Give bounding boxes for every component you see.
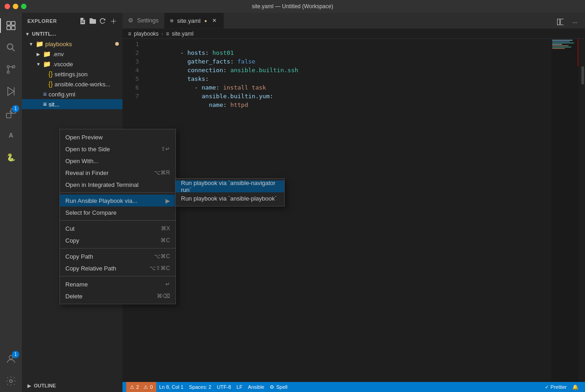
status-position[interactable]: Ln 8, Col 1 xyxy=(156,382,186,392)
bell-icon: 🔔 xyxy=(572,384,579,390)
tab-site-yaml[interactable]: ≡ site.yaml ● ✕ xyxy=(165,13,224,28)
status-prettier[interactable]: ✓ Prettier xyxy=(542,382,569,392)
menu-open-side[interactable]: Open to the Side ⇧↵ xyxy=(60,143,176,155)
menu-open-with[interactable]: Open With... xyxy=(60,155,176,167)
menu-separator-2 xyxy=(60,220,176,221)
menu-select-compare[interactable]: Select for Compare xyxy=(60,207,176,218)
status-eol[interactable]: LF xyxy=(234,382,245,392)
account-activity-icon[interactable]: 1 xyxy=(0,348,22,370)
svg-point-4 xyxy=(7,44,13,49)
minimap-line xyxy=(552,47,571,48)
menu-separator-4 xyxy=(60,276,176,276)
navigator-run-label: Run playbook via `ansible-navigator run` xyxy=(181,180,279,193)
search-activity-icon[interactable] xyxy=(0,37,22,58)
new-file-icon[interactable] xyxy=(79,17,87,25)
site-yaml-tab-modified: ● xyxy=(204,18,207,23)
env-label: .env xyxy=(53,51,64,58)
json-icon2: {} xyxy=(48,80,53,88)
run-activity-icon[interactable] xyxy=(0,80,22,102)
menu-copy-relative[interactable]: Copy Relative Path ⌥⇧⌘C xyxy=(60,262,176,274)
account-badge: 1 xyxy=(12,351,19,358)
tree-item-site-yaml[interactable]: ▶ ≡ sit... xyxy=(22,99,122,109)
menu-open-preview[interactable]: Open Preview xyxy=(60,131,176,143)
tree-item-ansible-code[interactable]: ▶ {} ansible.code-works... xyxy=(22,79,122,89)
vscode-label: .vscode xyxy=(53,61,73,68)
tab-settings[interactable]: ⚙ Settings xyxy=(122,13,165,28)
editor-content[interactable]: 1 2 3 4 5 6 7 - hosts: host01 gather_fac… xyxy=(122,39,585,382)
menu-cut[interactable]: Cut ⌘X xyxy=(60,222,176,234)
menu-reveal-finder[interactable]: Reveal in Finder ⌥⌘R xyxy=(60,167,176,179)
ansible-activity-icon[interactable]: A xyxy=(0,124,22,146)
minimap-line xyxy=(552,45,569,46)
encoding-label: UTF-8 xyxy=(217,384,231,390)
tree-item-env[interactable]: ▶ 📁 .env xyxy=(22,49,122,59)
collapse-all-icon[interactable] xyxy=(109,17,117,25)
menu-run-ansible[interactable]: Run Ansible Playbook via... ▶ xyxy=(60,195,176,207)
scrollbar-thumb[interactable] xyxy=(581,66,584,85)
playbooks-label: playbooks xyxy=(45,41,72,48)
minimize-button[interactable] xyxy=(13,4,18,9)
minimap-line xyxy=(552,41,570,42)
copy-label: Copy xyxy=(65,237,153,244)
context-menu: Open Preview Open to the Side ⇧↵ Open Wi… xyxy=(59,129,176,304)
delete-label: Delete xyxy=(65,293,149,300)
breadcrumb-icon: ≡ xyxy=(128,31,131,37)
split-editor-icon[interactable] xyxy=(554,16,567,28)
ansible-playbook-label: Run playbook via `ansible-playbook` xyxy=(181,195,277,202)
menu-delete[interactable]: Delete ⌘⌫ xyxy=(60,290,176,302)
sidebar-header: Explorer xyxy=(22,13,122,29)
tree-item-playbooks[interactable]: ▼ 📁 playbooks xyxy=(22,39,122,49)
tree-item-vscode[interactable]: ▼ 📁 .vscode xyxy=(22,59,122,69)
status-spaces[interactable]: Spaces: 2 xyxy=(186,382,214,392)
minimap-content xyxy=(551,39,579,50)
submenu: Run playbook via `ansible-navigator run`… xyxy=(175,178,285,207)
breadcrumb-icon2: ≡ xyxy=(166,31,169,37)
svg-line-5 xyxy=(12,49,15,52)
rename-shortcut: ↵ xyxy=(165,281,170,287)
new-folder-icon[interactable] xyxy=(89,17,97,25)
sidebar-title: Explorer xyxy=(27,18,57,24)
python-activity-icon[interactable]: 🐍 xyxy=(0,146,22,168)
status-encoding[interactable]: UTF-8 xyxy=(214,382,234,392)
reveal-finder-shortcut: ⌥⌘R xyxy=(154,170,170,176)
status-errors[interactable]: ⚠ 2 ⚠ 0 xyxy=(126,382,156,392)
menu-rename[interactable]: Rename ↵ xyxy=(60,278,176,290)
menu-open-terminal[interactable]: Open in Integrated Terminal xyxy=(60,179,176,191)
tree-item-config-yml[interactable]: ▶ ≡ config.yml xyxy=(22,89,122,99)
outline-section[interactable]: ▶ OUTLINE xyxy=(22,379,122,392)
status-language[interactable]: Ansible xyxy=(245,382,267,392)
ellipsis-label: ··· xyxy=(573,19,578,26)
maximize-button[interactable] xyxy=(21,4,27,9)
code-editor[interactable]: - hosts: host01 gather_facts: false conn… xyxy=(144,39,551,382)
menu-copy[interactable]: Copy ⌘C xyxy=(60,234,176,246)
breadcrumb-part2[interactable]: site.yaml xyxy=(172,31,193,37)
explorer-activity-icon[interactable] xyxy=(0,15,22,37)
site-yaml-tab-close[interactable]: ✕ xyxy=(211,17,218,24)
submenu-navigator-run[interactable]: Run playbook via `ansible-navigator run` xyxy=(176,180,284,192)
open-terminal-label: Open in Integrated Terminal xyxy=(65,181,170,188)
close-button[interactable] xyxy=(5,4,10,9)
refresh-icon[interactable] xyxy=(99,17,107,25)
breadcrumb-part1[interactable]: playbooks xyxy=(134,31,159,37)
settings-activity-icon[interactable] xyxy=(0,370,22,392)
warning-icon2: ⚠ xyxy=(144,384,148,390)
svg-rect-3 xyxy=(11,26,15,30)
workspace-root[interactable]: ▼ UNTITL... xyxy=(22,29,122,39)
minimap-line xyxy=(552,42,574,43)
source-control-activity-icon[interactable] xyxy=(0,58,22,80)
copy-relative-label: Copy Relative Path xyxy=(65,265,142,272)
tree-item-settings-json[interactable]: ▶ {} settings.json xyxy=(22,69,122,79)
submenu-ansible-playbook[interactable]: Run playbook via `ansible-playbook` xyxy=(176,192,284,204)
editor-scrollbar[interactable] xyxy=(579,39,585,382)
delete-shortcut: ⌘⌫ xyxy=(157,293,170,299)
status-bell[interactable]: 🔔 xyxy=(569,382,581,392)
svg-marker-9 xyxy=(8,87,14,95)
extensions-activity-icon[interactable]: 1 xyxy=(0,102,22,124)
workspace-arrow: ▼ xyxy=(24,30,31,37)
more-actions-icon[interactable]: ··· xyxy=(569,16,581,28)
status-spell[interactable]: ⚙ Spell xyxy=(267,382,290,392)
position-label: Ln 8, Col 1 xyxy=(159,384,183,390)
menu-copy-path[interactable]: Copy Path ⌥⌘C xyxy=(60,250,176,262)
warning-count: 0 xyxy=(150,384,153,390)
svg-point-14 xyxy=(10,380,12,382)
